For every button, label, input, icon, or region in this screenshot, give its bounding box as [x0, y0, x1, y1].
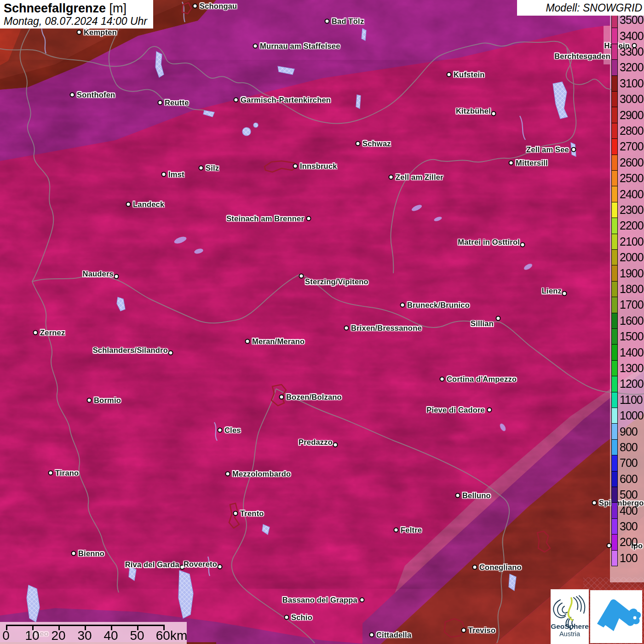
avalanche-logo-box	[590, 590, 642, 643]
geosphere-contour-icon	[551, 589, 589, 644]
lake-achensee	[356, 95, 361, 109]
lake-staffelsee	[242, 127, 251, 136]
map-title-text: Schneefallgrenze	[4, 1, 106, 15]
lake-kochelsee	[253, 123, 258, 127]
scale-number-10: 10	[25, 628, 39, 643]
scale-bar: 0102030405060km	[0, 622, 187, 644]
avalanche-mountain-icon	[590, 590, 642, 643]
map-title-unit: [m]	[109, 1, 127, 15]
ridge-shading	[0, 60, 644, 589]
scale-number-20: 20	[51, 628, 65, 643]
lake-zeller-see	[571, 143, 576, 156]
scale-number-60km: 60km	[156, 628, 187, 643]
pale-east-bulge	[604, 26, 610, 64]
map-datetime: Montag, 08.07.2024 14:00 Uhr	[4, 15, 150, 27]
geosphere-logo-box: GeoSphere Austria	[551, 589, 589, 644]
scale-number-0: 0	[2, 628, 10, 643]
scale-number-50: 50	[130, 628, 144, 643]
scale-number-40: 40	[104, 628, 118, 643]
lake-tegernsee	[362, 29, 366, 40]
map-canvas	[0, 0, 644, 644]
model-box: Modell: SNOWGRID	[517, 0, 644, 16]
pale-east-overlay	[610, 14, 644, 582]
map-title: Schneefallgrenze [m]	[4, 1, 150, 15]
scale-number-30: 30	[77, 628, 92, 643]
snowfall-limit-map: SchongauBad TölzKemptenMurnau am Staffel…	[0, 0, 644, 644]
title-box: Schneefallgrenze [m] Montag, 08.07.2024 …	[0, 0, 153, 29]
